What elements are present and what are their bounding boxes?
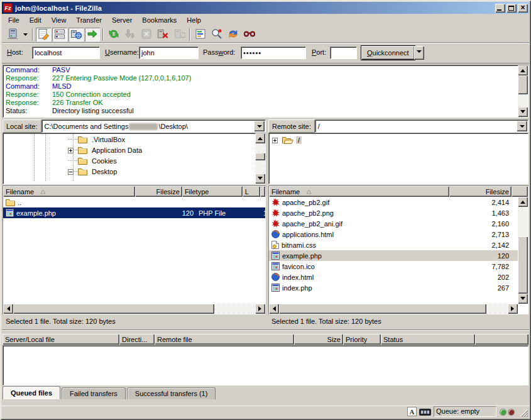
expand-plus-icon[interactable]: [272, 137, 278, 143]
file-cell-name: index.php: [269, 282, 449, 293]
scroll-up-button[interactable]: [518, 65, 528, 75]
toggle-remote-tree-icon[interactable]: [68, 28, 84, 41]
quickconnect-button[interactable]: Quickconnect: [361, 46, 415, 60]
tab-failed-transfers[interactable]: Failed transfers: [62, 387, 126, 399]
speed-limits-icon[interactable]: [419, 409, 431, 417]
toggle-log-icon[interactable]: [36, 28, 51, 41]
scroll-up-button[interactable]: [518, 197, 528, 207]
local-tree-scrollbar[interactable]: [255, 133, 265, 184]
file-row-favicon-ico[interactable]: favicon.ico7,782: [269, 261, 518, 272]
remote-file-list[interactable]: FilenameFilesize apache_pb2.gif2,414apac…: [268, 185, 528, 314]
password-input[interactable]: [241, 47, 306, 59]
log-scrollbar[interactable]: [518, 65, 528, 117]
tab-queued-files[interactable]: Queued files: [3, 386, 60, 399]
minimize-button[interactable]: [495, 4, 505, 13]
menu-item-file[interactable]: File: [3, 14, 25, 26]
file-row-apache-pb2-png[interactable]: apache_pb2.png1,463: [269, 207, 518, 218]
file-row-apache-pb2-gif[interactable]: apache_pb2.gif2,414: [269, 197, 518, 207]
column-header-filesize[interactable]: Filesize: [449, 186, 512, 197]
toggle-queue-icon[interactable]: [85, 28, 100, 41]
site-manager-icon[interactable]: [5, 28, 20, 41]
app-icon[interactable]: Fz: [3, 3, 13, 13]
resize-grip[interactable]: [520, 409, 528, 418]
scroll-down-button[interactable]: [255, 174, 265, 184]
collapse-minus-icon[interactable]: [68, 169, 74, 174]
tree-item-cookies[interactable]: Cookies: [3, 155, 255, 166]
sync-browsing-icon[interactable]: [226, 28, 241, 41]
scroll-thumb[interactable]: [518, 236, 528, 294]
menu-item-transfer[interactable]: Transfer: [71, 14, 107, 26]
scroll-left-button[interactable]: [3, 304, 13, 314]
tree-item-desktop[interactable]: Desktop: [3, 166, 255, 177]
reconnect-icon[interactable]: [172, 28, 187, 41]
scroll-thumb[interactable]: [13, 304, 214, 314]
scroll-right-button[interactable]: [508, 304, 518, 314]
quickconnect-dropdown-button[interactable]: [414, 46, 424, 60]
tab-successful-transfers-1[interactable]: Successful transfers (1): [127, 387, 216, 399]
combo-dropdown-button[interactable]: [517, 121, 527, 131]
maximize-button[interactable]: [506, 4, 517, 13]
scroll-down-button[interactable]: [518, 107, 528, 117]
tree-item-root[interactable]: /: [272, 135, 526, 145]
remote-hscrollbar[interactable]: [269, 304, 518, 314]
queue-column-remote-file[interactable]: Remote file: [155, 334, 294, 345]
site-manager-dropdown-icon[interactable]: [21, 28, 30, 41]
queue-column-priority[interactable]: Priority: [343, 334, 381, 345]
file-row-applications-html[interactable]: applications.html2,713: [269, 229, 518, 240]
close-button[interactable]: ×: [518, 4, 528, 13]
find-icon[interactable]: [242, 28, 257, 41]
queue-column-directi[interactable]: Directi...: [119, 334, 155, 345]
remote-directory-tree[interactable]: /: [268, 133, 528, 184]
combo-dropdown-button[interactable]: [254, 121, 265, 131]
local-site-path-combo[interactable]: C:\Documents and Settings\Desktop\: [41, 119, 266, 133]
ascii-transfer-type-icon[interactable]: A: [407, 407, 417, 417]
file-row-example-php[interactable]: example.php120PHP File1: [3, 207, 265, 218]
username-input[interactable]: [139, 47, 199, 59]
menu-item-bookmarks[interactable]: Bookmarks: [137, 14, 182, 26]
scroll-thumb[interactable]: [279, 304, 486, 314]
menu-item-edit[interactable]: Edit: [25, 14, 47, 26]
local-hscrollbar[interactable]: [3, 304, 265, 314]
compare-icon[interactable]: [209, 28, 224, 41]
filter-icon[interactable]: [193, 28, 208, 41]
remote-vscrollbar[interactable]: [518, 197, 528, 304]
refresh-icon[interactable]: [106, 28, 121, 41]
scroll-down-button[interactable]: [518, 294, 528, 304]
expand-plus-icon[interactable]: [68, 147, 74, 153]
column-header-filename[interactable]: Filename: [269, 186, 449, 197]
title-bar[interactable]: Fz john@localhost - FileZilla ×: [2, 2, 529, 14]
scroll-right-button[interactable]: [255, 304, 265, 314]
port-input[interactable]: [330, 47, 357, 59]
column-header-filesize[interactable]: Filesize: [135, 186, 182, 197]
cancel-icon[interactable]: [139, 28, 154, 41]
menu-item-help[interactable]: Help: [182, 14, 206, 26]
file-row-example-php[interactable]: example.php120: [269, 250, 518, 261]
process-queue-icon[interactable]: [123, 28, 138, 41]
disconnect-icon[interactable]: [155, 28, 170, 41]
tree-item-virtualbox[interactable]: .VirtualBox: [3, 134, 255, 145]
queue-body[interactable]: [3, 345, 528, 385]
queue-column-status[interactable]: Status: [381, 334, 475, 345]
remote-site-path-combo[interactable]: /: [315, 119, 528, 133]
toggle-local-tree-icon[interactable]: [52, 28, 67, 41]
column-header-l[interactable]: L: [243, 186, 260, 197]
scroll-thumb[interactable]: [255, 153, 265, 160]
file-row-index-html[interactable]: index.html202: [269, 272, 518, 282]
queue-column-size[interactable]: Size: [294, 334, 343, 345]
local-directory-tree[interactable]: .VirtualBoxApplication DataCookiesDeskto…: [3, 133, 266, 184]
tree-item-application-data[interactable]: Application Data: [3, 145, 255, 155]
column-header-filetype[interactable]: Filetype: [182, 186, 243, 197]
file-row-bitnami-css[interactable]: bitnami.css2,142: [269, 240, 518, 250]
file-row-apache-pb2-ani-gif[interactable]: apache_pb2_ani.gif2,160: [269, 218, 518, 229]
file-row-[interactable]: ..: [3, 197, 265, 207]
column-header-filename[interactable]: Filename: [3, 186, 135, 197]
queue-column-server-local-file[interactable]: Server/Local file: [3, 334, 119, 345]
scroll-up-button[interactable]: [255, 133, 265, 143]
scroll-left-button[interactable]: [269, 304, 279, 314]
host-input[interactable]: [32, 47, 100, 59]
file-row-index-php[interactable]: index.php267: [269, 282, 518, 293]
menu-item-server[interactable]: Server: [107, 14, 137, 26]
local-file-list[interactable]: FilenameFilesizeFiletypeL ..example.php1…: [3, 185, 266, 314]
scroll-thumb[interactable]: [518, 75, 528, 94]
menu-item-view[interactable]: View: [47, 14, 72, 26]
